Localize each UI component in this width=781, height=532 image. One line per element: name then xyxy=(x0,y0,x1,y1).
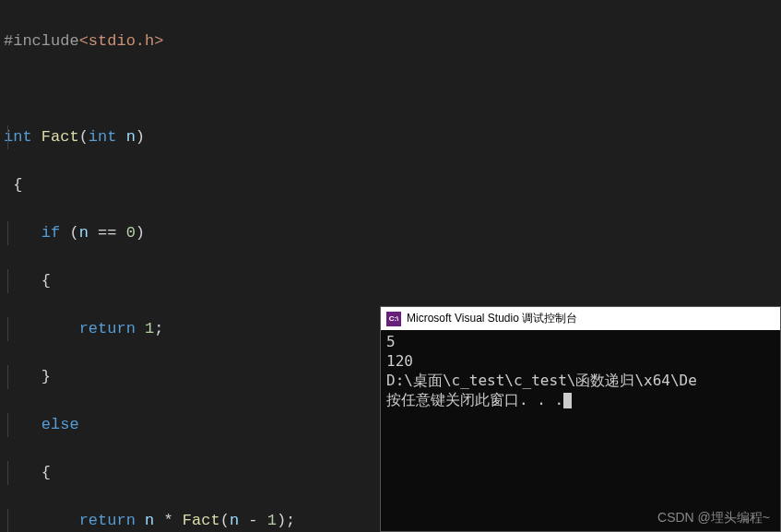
indent-guide xyxy=(7,269,8,293)
include-file: <stdio.h> xyxy=(79,32,164,50)
icon-text: C:\ xyxy=(389,314,399,323)
param-type: int xyxy=(89,128,117,146)
variable: n xyxy=(230,512,239,529)
indent-guide xyxy=(7,413,8,437)
operator: - xyxy=(248,512,257,529)
code-line: #include<stdio.h> xyxy=(0,30,781,53)
preprocessor-directive: #include xyxy=(4,32,79,50)
variable: n xyxy=(79,224,89,242)
console-title: Microsoft Visual Studio 调试控制台 xyxy=(407,311,577,326)
function-name: Fact xyxy=(41,128,79,146)
console-output-line: 5 xyxy=(386,332,775,351)
console-content[interactable]: 5120D:\桌面\c_test\c_test\函数递归\x64\De按任意键关… xyxy=(381,330,780,411)
paren: ( xyxy=(220,512,230,529)
keyword-else: else xyxy=(41,416,79,433)
paren: ) xyxy=(136,128,145,146)
paren: ) xyxy=(136,224,145,242)
keyword-return: return xyxy=(79,320,136,337)
brace: } xyxy=(41,368,51,385)
console-output-line: D:\桌面\c_test\c_test\函数递归\x64\De xyxy=(386,371,775,390)
indent-guide xyxy=(7,461,8,485)
brace: { xyxy=(41,272,51,290)
code-line: { xyxy=(0,269,781,293)
semicolon: ; xyxy=(154,320,163,337)
vs-icon: C:\ xyxy=(386,312,401,326)
console-prompt-text: 按任意键关闭此窗口. . . xyxy=(386,391,563,408)
paren: ( xyxy=(69,224,78,242)
indent-guide xyxy=(7,509,8,532)
watermark: CSDN @埋头编程~ xyxy=(657,510,770,526)
function-call: Fact xyxy=(183,512,220,529)
cursor-icon xyxy=(563,393,572,408)
indent-guide xyxy=(7,221,8,245)
number: 0 xyxy=(126,224,136,242)
console-titlebar[interactable]: C:\ Microsoft Visual Studio 调试控制台 xyxy=(381,307,780,330)
keyword-if: if xyxy=(41,224,60,242)
console-output-line: 120 xyxy=(386,351,775,371)
indent-guide xyxy=(7,125,8,149)
paren: ) xyxy=(277,512,286,529)
number: 1 xyxy=(145,320,154,337)
code-line xyxy=(0,77,781,101)
indent-guide xyxy=(7,365,8,389)
debug-console-window[interactable]: C:\ Microsoft Visual Studio 调试控制台 5120D:… xyxy=(380,306,781,532)
paren: ( xyxy=(79,128,89,146)
operator: == xyxy=(98,224,116,242)
semicolon: ; xyxy=(286,512,295,529)
keyword-return: return xyxy=(79,512,136,529)
param-name: n xyxy=(126,128,136,146)
console-output-line: 按任意键关闭此窗口. . . xyxy=(386,390,775,409)
brace: { xyxy=(41,464,51,481)
brace: { xyxy=(13,176,22,194)
code-line: { xyxy=(0,173,781,197)
indent-guide xyxy=(7,317,8,341)
code-line: if (n == 0) xyxy=(0,221,781,245)
operator: * xyxy=(163,512,172,529)
variable: n xyxy=(145,512,154,529)
number: 1 xyxy=(267,512,277,529)
code-line: int Fact(int n) xyxy=(0,125,781,149)
